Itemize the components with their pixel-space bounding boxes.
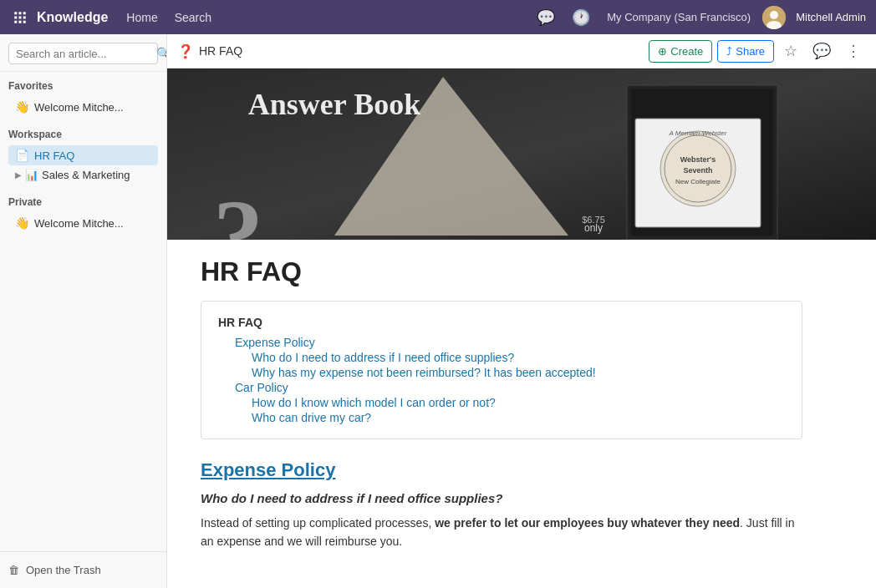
sidebar-item-welcome-priv[interactable]: 👋 Welcome Mitche... — [8, 213, 158, 233]
workspace-title: Workspace — [8, 129, 158, 140]
toc-car-model[interactable]: How do I know which model I can order or… — [252, 395, 785, 410]
svg-rect-4 — [19, 16, 22, 18]
chat-icon[interactable]: 💬 — [532, 8, 560, 27]
svg-rect-0 — [14, 12, 17, 14]
sidebar-priv-label: Welcome Mitche... — [34, 217, 151, 230]
create-icon: ⊕ — [658, 45, 667, 58]
toc-expense-policy[interactable]: Expense Policy — [235, 335, 785, 350]
svg-text:Seventh: Seventh — [683, 166, 712, 175]
home-nav-link[interactable]: Home — [121, 11, 162, 24]
toc-hr-faq[interactable]: HR FAQ — [218, 315, 785, 330]
chart-icon-sales: 📊 — [25, 169, 38, 181]
workspace-section: Workspace 📄 HR FAQ ▶ 📊 Sales & Marketing — [0, 120, 166, 188]
share-button[interactable]: ⤴ Share — [717, 40, 774, 63]
avatar[interactable] — [762, 6, 786, 29]
expense-policy-title[interactable]: Expense Policy — [201, 459, 802, 481]
trash-icon: 🗑 — [8, 564, 19, 576]
apps-menu-icon[interactable] — [10, 8, 30, 28]
private-section: Private 👋 Welcome Mitche... — [0, 188, 166, 236]
favorites-section: Favorites 👋 Welcome Mitche... — [0, 72, 166, 120]
article-hero: Webster's Seventh New Collegiate A Merri… — [167, 68, 876, 240]
search-nav-link[interactable]: Search — [170, 11, 216, 24]
create-label: Create — [670, 45, 703, 58]
search-icon[interactable]: 🔍 — [156, 47, 167, 60]
share-label: Share — [736, 45, 765, 58]
svg-text:A Merriam-Webster: A Merriam-Webster — [669, 129, 727, 137]
search-input[interactable] — [16, 48, 156, 60]
favorites-title: Favorites — [8, 80, 158, 92]
trash-label: Open the Trash — [26, 564, 101, 576]
hero-image-svg: Webster's Seventh New Collegiate A Merri… — [167, 68, 876, 240]
private-title: Private — [8, 196, 158, 208]
article-scroll[interactable]: Webster's Seventh New Collegiate A Merri… — [167, 68, 876, 588]
username: Mitchell Admin — [796, 11, 866, 23]
answer-text-bold: we prefer to let our employees buy whate… — [435, 516, 740, 530]
star-button[interactable]: ☆ — [779, 38, 802, 63]
wave-icon-fav: 👋 — [15, 100, 29, 114]
sidebar-fav-label: Welcome Mitche... — [34, 101, 151, 114]
page-icon-hrfaq: 📄 — [15, 149, 29, 162]
share-icon: ⤴ — [726, 45, 732, 58]
sidebar-hrfaq-label: HR FAQ — [34, 150, 151, 162]
sidebar: 🔍 Favorites 👋 Welcome Mitche... Workspac… — [0, 34, 167, 588]
article-title: HR FAQ — [201, 256, 802, 287]
sidebar-item-hr-faq[interactable]: 📄 HR FAQ — [8, 145, 158, 165]
article-body: HR FAQ HR FAQ Expense Policy Who do I ne… — [167, 240, 836, 585]
svg-text:New Collegiate: New Collegiate — [675, 178, 721, 185]
breadcrumb-bar: ❓ HR FAQ ⊕ Create ⤴ Share ☆ 💬 ⋮ — [167, 34, 876, 68]
svg-rect-5 — [23, 16, 26, 18]
toc-car-policy[interactable]: Car Policy — [235, 380, 785, 395]
answer-text-start: Instead of setting up complicated proces… — [201, 516, 435, 530]
svg-rect-2 — [23, 12, 26, 14]
company-name: My Company (San Francisco) — [607, 11, 751, 23]
wave-icon-priv: 👋 — [15, 216, 29, 230]
create-button[interactable]: ⊕ Create — [649, 40, 712, 63]
article-type-icon: ❓ — [177, 43, 194, 59]
svg-rect-7 — [19, 20, 22, 23]
svg-text:Webster's: Webster's — [680, 155, 716, 164]
expense-q1: Who do I need to address if I need offic… — [201, 491, 802, 505]
svg-text:$6.75: $6.75 — [582, 215, 605, 225]
svg-rect-8 — [23, 20, 26, 23]
toc-drive-car[interactable]: Who can drive my car? — [252, 410, 785, 425]
app-name: Knowledge — [37, 10, 108, 25]
svg-point-10 — [770, 11, 778, 19]
sidebar-sales-label: Sales & Marketing — [42, 169, 130, 181]
breadcrumb: HR FAQ — [199, 44, 242, 58]
svg-rect-1 — [19, 12, 22, 14]
toc-office-supplies[interactable]: Who do I need to address if I need offic… — [252, 350, 785, 365]
svg-rect-3 — [14, 16, 17, 18]
more-options-button[interactable]: ⋮ — [841, 38, 866, 63]
content-area: ❓ HR FAQ ⊕ Create ⤴ Share ☆ 💬 ⋮ — [167, 34, 876, 588]
sidebar-search-section: 🔍 — [0, 34, 166, 72]
sidebar-footer: 🗑 Open the Trash — [0, 551, 166, 588]
open-trash-button[interactable]: 🗑 Open the Trash — [8, 560, 158, 580]
svg-text:?: ? — [213, 180, 263, 240]
sidebar-item-welcome-fav[interactable]: 👋 Welcome Mitche... — [8, 97, 158, 117]
table-of-contents: HR FAQ Expense Policy Who do I need to a… — [201, 301, 802, 439]
main-layout: 🔍 Favorites 👋 Welcome Mitche... Workspac… — [0, 34, 876, 588]
chevron-right-icon: ▶ — [15, 170, 22, 180]
search-box[interactable]: 🔍 — [8, 43, 158, 64]
comment-button[interactable]: 💬 — [807, 38, 836, 63]
clock-icon[interactable]: 🕐 — [567, 8, 595, 27]
svg-rect-6 — [14, 20, 17, 23]
toc-expense-reimbursed[interactable]: Why has my expense not been reimbursed? … — [252, 365, 785, 380]
svg-text:Answer Book: Answer Book — [248, 88, 420, 121]
expense-answer1: Instead of setting up complicated proces… — [201, 514, 802, 551]
top-navigation: Knowledge Home Search 💬 🕐 My Company (Sa… — [0, 0, 876, 34]
expense-policy-section: Expense Policy Who do I need to address … — [201, 459, 802, 551]
sidebar-item-sales-marketing[interactable]: ▶ 📊 Sales & Marketing — [8, 165, 158, 185]
